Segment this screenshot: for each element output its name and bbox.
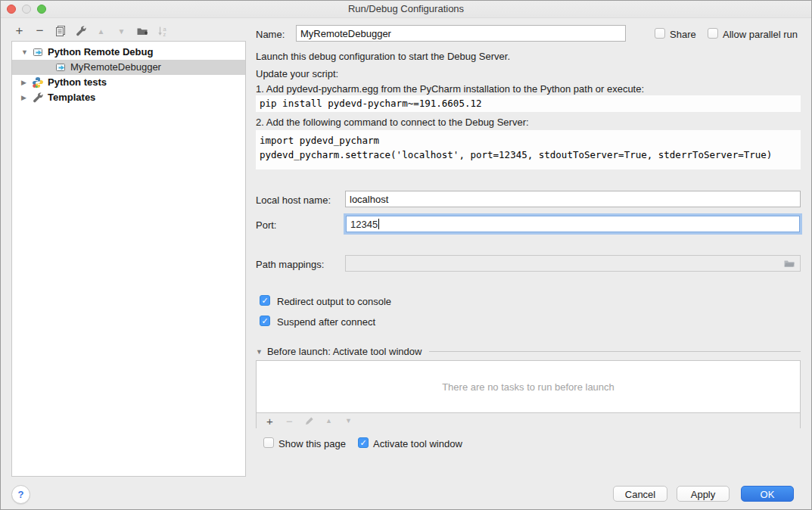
share-label: Share (670, 29, 696, 41)
port-input[interactable]: 12345 (346, 216, 800, 232)
redirect-output-checkbox[interactable] (260, 295, 270, 306)
path-mappings-label: Path mappings: (256, 259, 324, 271)
code-line-1: import pydevd_pycharm (260, 133, 801, 148)
local-host-name-label: Local host name: (256, 194, 331, 207)
copy-icon (54, 25, 67, 37)
svg-text:z: z (163, 31, 166, 38)
suspend-after-connect-label: Suspend after connect (277, 316, 375, 328)
configurations-toolbar: + − ▲ ▼ (13, 23, 169, 39)
empty-tasks-message: There are no tasks to run before launch (257, 361, 800, 413)
tree-item-label: Python Remote Debug (48, 45, 153, 60)
wrench-icon (75, 25, 87, 37)
intro-line-2: Update your script: (256, 68, 338, 80)
chevron-collapsed-icon[interactable]: ▶ (21, 75, 32, 90)
move-task-down-button: ▼ (342, 415, 355, 427)
title-bar: Run/Debug Configurations (1, 1, 811, 18)
move-up-button: ▲ (95, 24, 107, 38)
help-button[interactable]: ? (11, 485, 30, 504)
activate-tool-window-checkbox[interactable] (358, 437, 369, 448)
chevron-expanded-icon[interactable]: ▼ (256, 348, 263, 356)
cancel-button[interactable]: Cancel (613, 486, 667, 502)
intro-line-1: Launch this debug configuration to start… (256, 51, 510, 63)
help-icon: ? (18, 489, 24, 500)
allow-parallel-run-checkbox[interactable] (708, 28, 718, 39)
apply-button[interactable]: Apply (677, 486, 730, 502)
add-configuration-button[interactable]: + (13, 24, 26, 38)
redirect-output-label: Redirect output to console (277, 296, 391, 308)
show-this-page-label: Show this page (278, 438, 346, 450)
ok-button[interactable]: OK (741, 486, 794, 502)
tree-item-templates[interactable]: ▶ Templates (12, 90, 245, 105)
text-caret (378, 219, 379, 229)
port-label: Port: (256, 219, 276, 232)
run-config-icon (32, 46, 44, 58)
window-title: Run/Debug Configurations (1, 3, 811, 14)
sort-az-icon: a z (157, 25, 169, 37)
share-checkbox[interactable] (655, 28, 665, 39)
tree-item-python-tests[interactable]: ▶ Python tests (12, 75, 245, 90)
tree-item-label: MyRemoteDebugger (70, 60, 161, 75)
local-host-name-input[interactable] (345, 191, 801, 207)
move-down-button: ▼ (115, 24, 128, 38)
divider (429, 351, 801, 352)
chevron-expanded-icon[interactable]: ▼ (21, 45, 32, 60)
step-2-text: 2. Add the following command to connect … (256, 117, 529, 129)
settrace-code-block: import pydevd_pycharm pydevd_pycharm.set… (256, 130, 801, 169)
chevron-collapsed-icon[interactable]: ▶ (21, 90, 32, 105)
suspend-after-connect-checkbox[interactable] (260, 316, 270, 326)
wrench-icon (32, 92, 44, 104)
show-this-page-checkbox[interactable] (263, 437, 274, 448)
before-launch-tasks-panel: There are no tasks to run before launch … (256, 360, 801, 428)
tree-item-python-remote-debug[interactable]: ▼ Python Remote Debug (12, 45, 245, 60)
python-tests-icon (32, 76, 44, 89)
name-label: Name: (256, 29, 285, 41)
move-task-up-button: ▲ (322, 415, 335, 427)
pencil-icon (303, 415, 316, 427)
allow-parallel-run-label: Allow parallel run (723, 29, 798, 41)
edit-templates-button[interactable] (74, 24, 87, 38)
run-debug-configurations-dialog: Run/Debug Configurations + − ▲ ▼ (0, 0, 812, 510)
run-config-icon (54, 61, 67, 73)
pip-install-code-block: pip install pydevd-pycharm~=191.6605.12 (256, 95, 801, 112)
tasks-toolbar: + − ▲ ▼ (257, 413, 800, 428)
tree-item-label: Templates (48, 90, 95, 105)
copy-configuration-button[interactable] (54, 24, 67, 38)
add-task-button[interactable]: + (263, 415, 276, 427)
before-launch-header[interactable]: ▼ Before launch: Activate tool window (256, 346, 801, 357)
tree-item-label: Python tests (48, 75, 107, 90)
sort-configurations-button: a z (156, 24, 169, 38)
activate-tool-window-label: Activate tool window (373, 438, 462, 450)
path-mappings-input[interactable] (345, 255, 801, 272)
new-folder-button[interactable] (135, 24, 148, 38)
edit-task-button (303, 415, 316, 427)
step-1-text: 1. Add pydevd-pycharm.egg from the PyCha… (256, 83, 644, 95)
browse-folder-icon[interactable] (783, 257, 795, 269)
code-line-2: pydevd_pycharm.settrace('localhost', por… (260, 148, 801, 162)
remove-task-button: − (283, 415, 296, 427)
remove-configuration-button[interactable]: − (33, 24, 46, 38)
name-input[interactable] (296, 25, 626, 42)
before-launch-title: Before launch: Activate tool window (267, 346, 422, 357)
port-value: 12345 (350, 219, 378, 230)
new-folder-icon (136, 25, 148, 37)
configurations-tree: ▼ Python Remote Debug MyRemoteDebugger ▶ (11, 41, 246, 477)
tree-item-myremotedebugger[interactable]: MyRemoteDebugger (12, 60, 245, 75)
